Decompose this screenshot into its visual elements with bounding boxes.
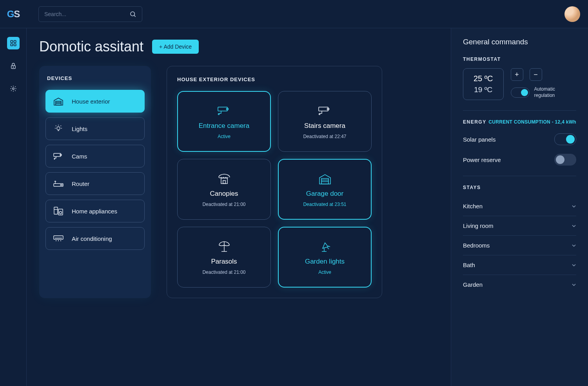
- divider: [463, 176, 576, 176]
- device-card-title: Stairs camera: [304, 122, 345, 130]
- device-category-label: Cams: [72, 153, 87, 160]
- device-card-title: Parasols: [211, 258, 237, 266]
- nav-rail: [0, 28, 27, 386]
- bulb-icon: [53, 124, 64, 134]
- svg-line-50: [327, 248, 329, 249]
- camera-icon: [53, 152, 64, 160]
- device-category-house-exterior[interactable]: House exterior: [45, 90, 145, 113]
- avatar[interactable]: [564, 6, 580, 22]
- stays-item-bath[interactable]: Bath: [463, 255, 576, 275]
- stays-item-label: Garden: [463, 281, 483, 288]
- router-icon: [53, 180, 64, 188]
- search-icon: [129, 11, 136, 18]
- devices-panel-title: DEVICES: [47, 75, 143, 81]
- camera-icon: [216, 104, 232, 118]
- thermostat-temp-primary: 25 ºC: [474, 74, 493, 83]
- devices-panel: DEVICES House exterior Lights: [39, 66, 151, 298]
- stays-item-kitchen[interactable]: Kitchen: [463, 197, 576, 216]
- svg-point-12: [57, 127, 60, 130]
- search-box[interactable]: [38, 6, 142, 22]
- add-device-button[interactable]: + Add Device: [152, 40, 199, 54]
- auto-regulation-toggle[interactable]: [511, 87, 530, 98]
- svg-rect-3: [14, 40, 16, 42]
- device-card-entrance-camera[interactable]: Entrance camera Active: [177, 91, 271, 152]
- rail-lock[interactable]: [7, 60, 20, 72]
- svg-rect-35: [218, 107, 227, 111]
- device-category-label: Home appliances: [72, 208, 117, 215]
- device-card-status: Deactivated at 22:47: [303, 134, 346, 139]
- solar-panels-label: Solar panels: [463, 136, 495, 143]
- auto-regulation-label: Automatic regulation: [534, 86, 555, 98]
- thermostat-label: THERMOSTAT: [463, 56, 576, 62]
- thermostat-temp-secondary: 19 ºC: [474, 86, 493, 94]
- svg-line-1: [134, 15, 135, 16]
- ac-icon: [53, 235, 64, 242]
- logo-g: G: [7, 9, 14, 20]
- device-card-status: Active: [318, 269, 331, 275]
- device-card-garage-door[interactable]: Garage door Deactivated at 23:51: [278, 159, 372, 220]
- device-category-ac[interactable]: Air conditioning: [45, 227, 145, 250]
- stays-item-label: Bath: [463, 262, 475, 268]
- stays-item-bedrooms[interactable]: Bedrooms: [463, 236, 576, 255]
- sidebar-title: General commands: [463, 38, 576, 46]
- svg-rect-28: [58, 209, 63, 215]
- thermostat-display: 25 ºC 19 ºC: [463, 68, 504, 100]
- power-reserve-toggle[interactable]: [554, 154, 576, 166]
- stays-item-garden[interactable]: Garden: [463, 275, 576, 294]
- svg-point-21: [54, 158, 55, 159]
- chevron-down-icon: [572, 204, 576, 209]
- garage-icon: [318, 172, 332, 186]
- logo-s: S: [14, 9, 20, 20]
- svg-rect-38: [319, 107, 328, 111]
- svg-rect-6: [11, 66, 15, 69]
- device-category-lights[interactable]: Lights: [45, 117, 145, 140]
- device-card-status: Deactivated at 21:00: [202, 202, 245, 207]
- stays-item-living-room[interactable]: Living room: [463, 216, 576, 236]
- device-category-appliances[interactable]: Home appliances: [45, 200, 145, 222]
- device-card-title: Entrance camera: [199, 122, 249, 130]
- lamp-icon: [319, 240, 331, 254]
- svg-point-7: [13, 67, 14, 67]
- device-card-status: Deactivated at 21:00: [202, 269, 245, 275]
- solar-panels-toggle[interactable]: [554, 133, 576, 145]
- svg-point-0: [131, 12, 135, 16]
- search-input[interactable]: [44, 11, 129, 17]
- stays-label: STAYS: [463, 185, 576, 190]
- svg-rect-9: [56, 101, 61, 105]
- device-area-title: HOUSE EXTERIOR DEVICES: [177, 76, 372, 82]
- chevron-down-icon: [572, 243, 576, 248]
- svg-point-25: [62, 185, 62, 186]
- svg-line-17: [56, 126, 56, 126]
- thermostat-minus-button[interactable]: −: [530, 68, 542, 81]
- svg-rect-2: [11, 40, 13, 42]
- device-category-label: Router: [72, 180, 89, 187]
- device-card-canopies[interactable]: Canopies Deactivated at 21:00: [177, 159, 271, 220]
- device-card-garden-lights[interactable]: Garden lights Active: [278, 227, 372, 288]
- device-category-label: House exterior: [72, 98, 110, 105]
- svg-point-8: [12, 88, 14, 90]
- parasol-icon: [218, 240, 231, 254]
- svg-point-40: [319, 113, 320, 115]
- energy-consumption: CURRENT CONSUMPTION - 12,4 kWh: [488, 119, 576, 125]
- header: GS: [0, 0, 588, 28]
- svg-point-29: [60, 211, 62, 214]
- rail-settings[interactable]: [7, 82, 20, 95]
- device-card-title: Canopies: [210, 190, 238, 198]
- svg-rect-41: [221, 178, 227, 184]
- svg-rect-5: [14, 44, 16, 46]
- device-category-cams[interactable]: Cams: [45, 145, 145, 168]
- device-card-parasols[interactable]: Parasols Deactivated at 21:00: [177, 227, 271, 288]
- camera-icon: [317, 104, 333, 118]
- device-area: HOUSE EXTERIOR DEVICES Entrance camera A…: [167, 66, 382, 298]
- device-card-title: Garage door: [306, 190, 343, 198]
- svg-rect-43: [321, 178, 328, 184]
- canopy-icon: [217, 172, 231, 186]
- garage-icon: [53, 97, 64, 106]
- device-category-router[interactable]: Router: [45, 172, 145, 195]
- rail-dashboard[interactable]: [7, 37, 20, 49]
- page-title: Domotic assitant: [39, 38, 143, 55]
- chevron-down-icon: [572, 263, 576, 268]
- device-category-label: Lights: [72, 126, 87, 132]
- thermostat-plus-button[interactable]: +: [511, 68, 523, 81]
- device-card-stairs-camera[interactable]: Stairs camera Deactivated at 22:47: [278, 91, 372, 152]
